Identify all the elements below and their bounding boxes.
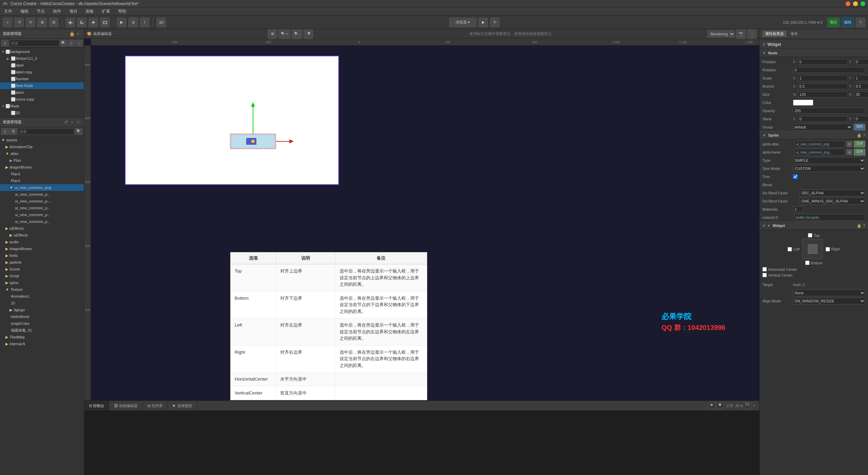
scene-extra-btn[interactable]: ⋮ (747, 29, 757, 39)
sprite-toggle[interactable]: ▼ (762, 133, 766, 137)
hierarchy-lock[interactable]: 🔒 (69, 31, 75, 37)
asset-item-tiledmap[interactable]: ▶ TiledMap (0, 334, 84, 340)
size-w-input[interactable] (798, 91, 848, 98)
atlas-clear-btn[interactable]: × (846, 141, 852, 147)
asset-item-10-tex[interactable]: 10 (0, 300, 84, 306)
scene-magnifier[interactable]: 🔎 (304, 29, 313, 39)
play-button[interactable]: ▶ (117, 18, 126, 27)
menu-project[interactable]: 项目 (68, 8, 79, 15)
top-checkbox[interactable] (808, 233, 812, 238)
maximize-button[interactable] (861, 1, 865, 6)
hierarchy-close[interactable]: × (75, 31, 81, 37)
asset-item-uieffects-sub[interactable]: ▶ uiEffects (0, 232, 84, 239)
asset-item-anim1[interactable]: Animation1 (0, 293, 84, 300)
scene-zoom-out[interactable]: 🔍- (292, 29, 303, 39)
asset-item-fonts[interactable]: ▶ fonts (0, 252, 84, 259)
help-button[interactable]: ? (856, 18, 865, 27)
tree-item-cocos-copy[interactable]: ⬜ cocos copy (0, 96, 84, 103)
opacity-input[interactable] (793, 108, 865, 114)
skew-x-input[interactable] (798, 116, 848, 122)
group-edit-btn[interactable]: 编辑 (854, 124, 865, 130)
asset-item-dragonbones[interactable]: ▶ dragonBones (0, 164, 84, 171)
bottom-checkbox[interactable] (805, 261, 810, 265)
assets-list-view[interactable]: ≡ (1, 128, 9, 135)
vcenter-checkbox[interactable] (762, 273, 767, 277)
tree-item-10[interactable]: ⬜ 10 (0, 109, 84, 116)
materials-count-input[interactable] (793, 206, 803, 212)
asset-item-spine[interactable]: ▶ spine (0, 279, 84, 286)
redo-button[interactable]: ↻ (26, 18, 35, 27)
tree-item-number[interactable]: ⬜ Number (0, 75, 84, 82)
hierarchy-search[interactable] (9, 40, 59, 47)
tree-item-background[interactable]: ▼ ⬜ background (0, 48, 84, 55)
type-select[interactable]: SIMPLE (793, 157, 865, 164)
scale-y-input[interactable] (854, 75, 868, 81)
rect-tool[interactable] (100, 18, 110, 27)
tree-item-label[interactable]: ⬜ label (0, 62, 84, 69)
tree-item-mask[interactable]: ▼ ⬜ Mask (0, 103, 84, 109)
asset-item-ui-file-3[interactable]: ui_new_common_p... (0, 205, 84, 211)
scene-zoom-in[interactable]: 🔍+ (278, 29, 290, 39)
assets-search[interactable] (18, 128, 74, 135)
asset-item-atlas[interactable]: ▼ atlas (0, 150, 84, 157)
hierarchy-add-node[interactable]: + (68, 40, 75, 47)
position-y-input[interactable] (854, 59, 868, 65)
asset-item-plan1-b[interactable]: Plan1 (0, 177, 84, 184)
position-x-input[interactable] (798, 59, 848, 65)
asset-item-ui-file-2[interactable]: ui_new_common_p... (0, 198, 84, 205)
rotate-tool[interactable] (77, 18, 87, 27)
console-stop-btn[interactable]: ⏹ (716, 402, 724, 409)
assets-grid-view[interactable]: ⊞ (10, 128, 17, 135)
asset-item-internal[interactable]: ▶ internal A (0, 340, 84, 347)
menu-extend[interactable]: 扩展 (101, 8, 111, 15)
sprite-lock-icon[interactable]: 🔒 (857, 133, 862, 138)
tx-btn[interactable]: TX (743, 402, 752, 409)
scale-x-input[interactable] (798, 75, 848, 81)
minimize-button[interactable] (853, 1, 858, 6)
asset-item-particle[interactable]: ▶ particle (0, 259, 84, 266)
align-mode-select[interactable]: ON_WINDOW_RESIZE (793, 298, 865, 304)
menu-file[interactable]: 文件 (3, 8, 14, 15)
console-play-btn[interactable]: ▶ (708, 402, 716, 409)
atlas-select-btn[interactable]: 选择 (854, 141, 865, 147)
hierarchy-delete[interactable]: − (75, 40, 83, 47)
tree-item-widget[interactable]: ▼ ⬜ Widget (0, 116, 84, 117)
tab-game-preview[interactable]: ▶ 游戏预览 (168, 401, 197, 410)
trim-checkbox[interactable] (793, 174, 798, 179)
play-game[interactable]: ▶ (478, 18, 488, 27)
asset-item-3glogo[interactable]: ▶ 3glogo (0, 306, 84, 313)
step-button[interactable]: ⟩ (140, 18, 149, 27)
size-h-input[interactable] (854, 91, 868, 98)
asset-item-scene[interactable]: ▶ Scene (0, 266, 84, 272)
assets-refresh[interactable]: ↺ (63, 119, 69, 125)
scale-tool[interactable] (89, 18, 98, 27)
asset-item-plan[interactable]: ▶ Plan (0, 157, 84, 164)
node-toggle[interactable]: ▼ (762, 51, 766, 55)
scene-camera-btn[interactable]: 📷 (736, 29, 746, 39)
rotation-input[interactable] (793, 67, 865, 73)
menu-help[interactable]: 帮助 (117, 8, 128, 15)
asset-item-dragonbones2[interactable]: ▶ dragonBones (0, 245, 84, 252)
tab-service[interactable]: 服务 (788, 31, 801, 37)
assets-add[interactable]: + (69, 119, 75, 125)
size-mode-select[interactable]: CUSTOM (793, 165, 865, 172)
asset-item-helloworld[interactable]: HelloWorld (0, 313, 84, 320)
asset-item-ui-file-5[interactable]: ui_new_common_p... (0, 218, 84, 225)
layout-button[interactable]: ⊞ (37, 18, 47, 27)
move-tool[interactable] (66, 18, 75, 27)
tree-item-label-copy[interactable]: ⬜ label copy (0, 69, 84, 75)
skew-y-input[interactable] (854, 116, 868, 122)
tab-console[interactable]: ⊡ 控制台 (84, 401, 109, 410)
anchor-x-input[interactable] (798, 83, 848, 89)
widget-section-toggle[interactable]: ▼ (767, 224, 771, 228)
hcenter-checkbox[interactable] (762, 267, 767, 271)
add-button[interactable]: + (3, 18, 12, 27)
asset-item-ruijiang[interactable]: 瑞疆病毒_01 (0, 327, 84, 334)
rendering-select[interactable]: Rendering (707, 30, 735, 38)
assets-search-btn[interactable]: 🔍 (75, 128, 83, 135)
hierarchy-search-btn[interactable]: 🔍 (60, 40, 67, 47)
asset-item-texture[interactable]: ▼ Texture (0, 286, 84, 293)
menu-component[interactable]: 组件 (52, 8, 62, 15)
asset-item-ui-file-4[interactable]: ui_new_common_p... (0, 211, 84, 218)
browser-select[interactable]: 浏览器 ▾ (449, 18, 476, 27)
